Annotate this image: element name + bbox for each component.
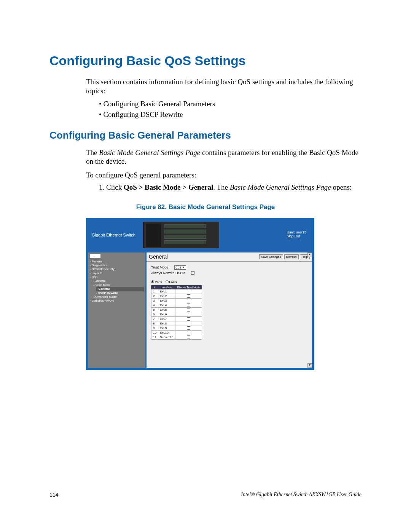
- table-row: 8Ext.8: [151, 321, 202, 326]
- lags-radio-label: LAGs: [169, 280, 177, 284]
- interface-table: # Interface Disable Trust Mode 1Ext.1 2E…: [151, 285, 202, 340]
- table-row: 6Ext.6: [151, 312, 202, 316]
- rewrite-dscp-label: Always Rewrite DSCP: [151, 271, 185, 275]
- device-image: [143, 222, 219, 248]
- nav-item-general[interactable]: General: [93, 279, 144, 283]
- table-row: 11Server.1.1: [151, 335, 202, 339]
- trust-checkbox[interactable]: [187, 299, 190, 302]
- nav-item-dscp-rewrite[interactable]: DSCP Rewrite: [96, 291, 144, 295]
- table-row: 2Ext.2: [151, 294, 202, 298]
- trust-mode-select[interactable]: CoS: [174, 265, 186, 270]
- rewrite-dscp-checkbox[interactable]: [191, 271, 194, 275]
- user-info: User: user15 Sign Out: [287, 230, 306, 238]
- ports-radio-label: Ports: [155, 280, 162, 284]
- nav-tree: -- -- System Diagnostics Network Securit…: [88, 252, 145, 368]
- paragraph: To configure QoS general parameters:: [86, 171, 362, 180]
- intro-paragraph: This section contains information for de…: [86, 77, 362, 96]
- app-header: Gigabit Ethernet Switch User: user15 Sig…: [87, 219, 313, 251]
- sign-out-link[interactable]: Sign Out: [287, 234, 306, 238]
- heading-2: Configuring Basic General Parameters: [49, 129, 362, 141]
- paragraph: The Basic Mode General Settings Page con…: [86, 148, 362, 166]
- nav-item-statistics[interactable]: Statistics/RMON: [90, 299, 144, 303]
- trust-checkbox[interactable]: [187, 308, 190, 312]
- figure-screenshot: Gigabit Ethernet Switch User: user15 Sig…: [86, 218, 314, 370]
- heading-1: Configuring Basic QoS Settings: [49, 53, 362, 68]
- nav-item-basic-general[interactable]: General: [96, 287, 144, 291]
- trust-checkbox[interactable]: [187, 335, 190, 339]
- nav-item-network-security[interactable]: Network Security: [90, 267, 144, 271]
- table-row: 7Ext.7: [151, 316, 202, 321]
- bullet-item: Configuring Basic General Parameters: [99, 99, 362, 110]
- trust-checkbox[interactable]: [187, 322, 190, 325]
- nav-item-layer2[interactable]: Layer 2: [90, 272, 144, 275]
- table-row: 10Ext.10: [151, 330, 202, 335]
- col-interface: Interface: [158, 285, 175, 289]
- table-row: 5Ext.5: [151, 307, 202, 312]
- table-row: 9Ext.9: [151, 326, 202, 330]
- page-number: 114: [49, 492, 58, 498]
- step-1: 1. Click QoS > Basic Mode > General. The…: [99, 183, 362, 192]
- guide-title: Intel® Gigabit Ethernet Switch AXXSW1GB …: [241, 492, 362, 498]
- nav-item-advanced-mode[interactable]: Advanced Mode: [93, 295, 144, 299]
- product-name: Gigabit Ethernet Switch: [92, 233, 135, 237]
- trust-checkbox[interactable]: [187, 326, 190, 330]
- topic-bullet-list: Configuring Basic General Parameters Con…: [99, 99, 362, 120]
- trust-checkbox[interactable]: [187, 304, 190, 307]
- save-changes-button[interactable]: Save Changes: [259, 254, 283, 259]
- table-row: 4Ext.4: [151, 303, 202, 307]
- trust-checkbox[interactable]: [187, 294, 190, 298]
- refresh-button[interactable]: Refresh: [284, 254, 299, 259]
- nav-item-qos[interactable]: QoS: [90, 275, 144, 279]
- table-row: 3Ext.3: [151, 298, 202, 303]
- nav-item-system[interactable]: System: [90, 260, 144, 264]
- bullet-item: Configuring DSCP Rewrite: [99, 109, 362, 120]
- trust-checkbox[interactable]: [187, 290, 190, 293]
- figure-caption: Figure 82. Basic Mode General Settings P…: [49, 203, 362, 211]
- scroll-up-icon[interactable]: ▲: [307, 252, 312, 257]
- table-row: 1Ext.1: [151, 289, 202, 294]
- page-footer: 114 Intel® Gigabit Ethernet Switch AXXSW…: [49, 492, 362, 498]
- trust-checkbox[interactable]: [187, 331, 190, 334]
- col-num: #: [151, 285, 158, 289]
- col-disable-trust: Disable Trust Mode: [175, 285, 202, 289]
- lags-radio[interactable]: [166, 280, 169, 283]
- zoom-control[interactable]: -- --: [90, 254, 100, 258]
- panel-title: General: [149, 254, 168, 260]
- trust-checkbox[interactable]: [187, 313, 190, 316]
- ports-radio[interactable]: [151, 280, 154, 283]
- trust-mode-label: Trust Mode: [151, 265, 168, 269]
- nav-item-basic-mode[interactable]: Basic Mode: [93, 283, 144, 287]
- user-label: User: user15: [287, 230, 306, 234]
- trust-checkbox[interactable]: [187, 317, 190, 321]
- main-panel: General Save Changes Refresh Help ▲ ▼ Tr…: [147, 252, 312, 368]
- nav-item-diagnostics[interactable]: Diagnostics: [90, 264, 144, 267]
